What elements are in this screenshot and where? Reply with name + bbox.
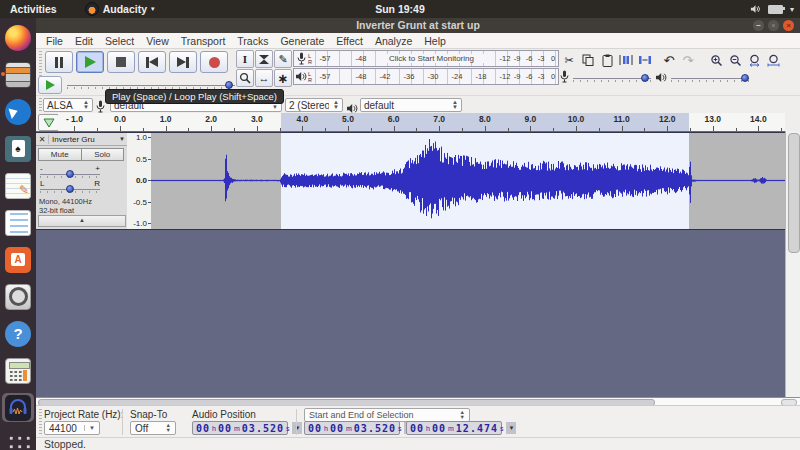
minimize-button[interactable]: − — [753, 20, 764, 31]
gain-slider[interactable]: - + — [40, 166, 100, 178]
time-digits[interactable]: 00 — [329, 423, 345, 434]
audio-position-field[interactable]: 00h00m03.520s▼ — [192, 421, 288, 435]
record-button[interactable] — [200, 51, 228, 73]
trim-audio-button[interactable] — [617, 51, 635, 69]
track-area[interactable]: ✕ Inverter Gru ▼ Mute Solo - + — [36, 131, 800, 397]
zoom-out-button[interactable] — [726, 51, 744, 69]
time-digits[interactable]: 00 — [195, 423, 211, 434]
time-digits[interactable]: 03.520 — [241, 423, 285, 434]
zoom-tool-button[interactable] — [236, 69, 254, 87]
menu-file[interactable]: File — [40, 35, 69, 47]
time-digits[interactable]: 00 — [431, 423, 447, 434]
dock-item-thunderbird[interactable] — [2, 97, 34, 126]
menu-view[interactable]: View — [140, 35, 175, 47]
cut-button[interactable]: ✂ — [560, 51, 578, 69]
time-unit[interactable]: s — [499, 425, 505, 432]
slider-thumb[interactable] — [66, 185, 74, 193]
pause-button[interactable] — [45, 51, 73, 73]
selection-end-field[interactable]: 00h00m12.474s▼ — [406, 421, 502, 435]
time-unit[interactable]: m — [233, 425, 241, 432]
recording-channels-select[interactable]: 2 (Stereo) R▲▼ — [285, 98, 343, 112]
selection-start-field[interactable]: 00h00m03.520s▼ — [304, 421, 400, 435]
time-digits[interactable]: 00 — [409, 423, 425, 434]
dock-item-solitaire[interactable]: ♠ — [2, 134, 34, 163]
time-digits[interactable]: 00 — [307, 423, 323, 434]
dock-item-ubuntu-software[interactable]: A — [2, 245, 34, 274]
menu-effect[interactable]: Effect — [330, 35, 369, 47]
paste-button[interactable] — [598, 51, 616, 69]
menu-help[interactable]: Help — [418, 35, 452, 47]
undo-button[interactable]: ↶ — [660, 51, 678, 69]
menu-transport[interactable]: Transport — [175, 35, 232, 47]
track-menu-icon[interactable]: ▼ — [119, 136, 127, 142]
window-titlebar[interactable]: Inverter Grunt at start up − ▫ × — [36, 18, 800, 33]
draw-tool-button[interactable]: ✎ — [274, 50, 292, 68]
recording-meter[interactable]: LR -57-48-12-9-6-30Click to Start Monito… — [293, 50, 559, 67]
envelope-tool-button[interactable] — [255, 50, 273, 68]
snap-to-select[interactable]: Off▲▼ — [130, 421, 176, 435]
horizontal-scrollbar[interactable] — [36, 397, 800, 405]
meter-monitoring-hint[interactable]: Click to Start Monitoring — [377, 54, 486, 63]
zoom-in-button[interactable] — [707, 51, 725, 69]
play-button[interactable] — [76, 51, 104, 73]
project-rate-select[interactable]: 44100▼ — [44, 421, 100, 435]
toolbar-grip[interactable] — [39, 98, 42, 112]
track-title[interactable]: Inverter Gru — [49, 135, 119, 144]
fit-project-button[interactable] — [764, 51, 782, 69]
app-menu[interactable]: Audacity ▾ — [85, 2, 155, 16]
dock-item-notes[interactable]: ✎ — [2, 171, 34, 200]
time-digits[interactable]: 00 — [217, 423, 233, 434]
vertical-scrollbar[interactable] — [785, 131, 800, 397]
redo-button[interactable]: ↷ — [679, 51, 697, 69]
menu-generate[interactable]: Generate — [274, 35, 330, 47]
dock-item-help[interactable]: ? — [2, 319, 34, 348]
multi-tool-button[interactable]: ∗ — [274, 69, 292, 87]
menu-edit[interactable]: Edit — [69, 35, 99, 47]
play-at-speed-button[interactable] — [38, 76, 62, 94]
dock-item-calculator[interactable] — [2, 356, 34, 385]
dock-item-libreoffice-writer[interactable] — [2, 208, 34, 237]
mute-button[interactable]: Mute — [38, 148, 82, 161]
selection-tool-button[interactable]: I — [236, 50, 254, 68]
copy-button[interactable] — [579, 51, 597, 69]
audio-host-select[interactable]: ALSA▲▼ — [43, 98, 93, 112]
waveform-display[interactable] — [151, 133, 785, 229]
playback-device-select[interactable]: default▲▼ — [360, 98, 462, 112]
dock-item-firefox[interactable] — [2, 23, 34, 52]
dock-item-file-cabinet[interactable] — [2, 60, 34, 89]
slider-thumb[interactable] — [641, 74, 649, 82]
silence-audio-button[interactable] — [636, 51, 654, 69]
maximize-button[interactable]: ▫ — [768, 20, 779, 31]
skip-to-start-button[interactable] — [138, 51, 166, 73]
stop-button[interactable] — [107, 51, 135, 73]
time-digits[interactable]: 12.474 — [455, 423, 499, 434]
time-digits[interactable]: 03.520 — [353, 423, 397, 434]
dropdown-arrow-icon[interactable]: ▼ — [506, 422, 516, 434]
pinned-play-head-button[interactable] — [38, 114, 59, 131]
time-unit[interactable]: m — [345, 425, 353, 432]
playback-meter[interactable]: LR -57-48-42-36-30-24-18-12-9-6-30 — [293, 68, 559, 85]
system-tray[interactable]: ▾ — [750, 0, 794, 18]
dock-item-rhythmbox[interactable] — [2, 282, 34, 311]
dropdown-arrow-icon[interactable]: ▼ — [292, 422, 302, 434]
vertical-ruler[interactable]: 1.00.50.0-0.5-1.0 — [127, 133, 152, 229]
time-unit[interactable]: m — [447, 425, 455, 432]
close-button[interactable]: × — [783, 20, 794, 31]
scrollbar-thumb[interactable] — [788, 133, 800, 253]
track-collapse-button[interactable]: ▲ — [38, 215, 126, 227]
dock-item-audacity[interactable] — [2, 393, 34, 422]
solo-button[interactable]: Solo — [82, 148, 125, 161]
timeline-ruler[interactable]: - 1.00.01.02.03.04.05.06.07.08.09.010.01… — [58, 113, 785, 131]
slider-thumb[interactable] — [66, 170, 74, 178]
toolbar-grip[interactable] — [39, 409, 42, 435]
pan-slider[interactable]: L R — [40, 181, 100, 193]
slider-thumb[interactable] — [225, 81, 233, 89]
track-close-button[interactable]: ✕ — [36, 135, 49, 144]
menu-tracks[interactable]: Tracks — [231, 35, 274, 47]
dock-item-show-applications[interactable] — [2, 430, 34, 450]
time-unit[interactable]: s — [397, 425, 403, 432]
menu-analyze[interactable]: Analyze — [369, 35, 418, 47]
recording-volume-slider[interactable] — [573, 73, 651, 83]
menu-select[interactable]: Select — [99, 35, 140, 47]
time-unit[interactable]: s — [285, 425, 291, 432]
